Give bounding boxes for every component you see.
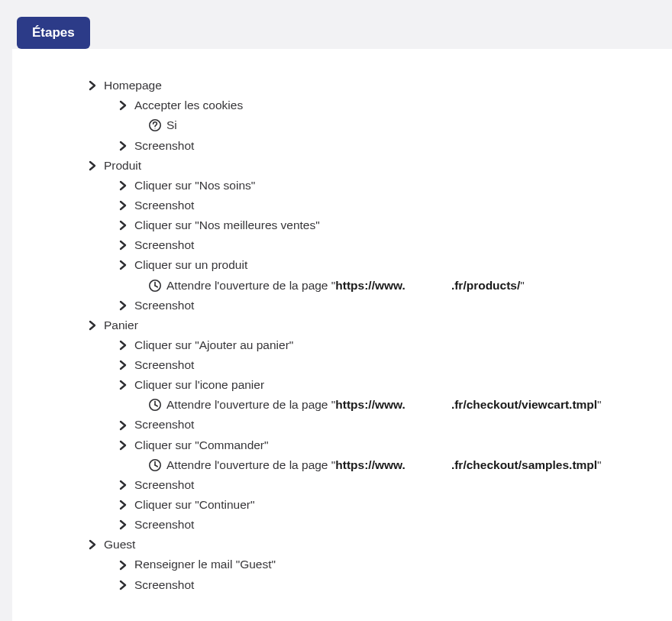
step-click-nos-soins[interactable]: Cliquer sur "Nos soins": [73, 178, 672, 193]
chevron-right-icon: [118, 141, 128, 151]
step-label: Screenshot: [134, 198, 194, 213]
step-screenshot[interactable]: Screenshot: [73, 357, 672, 373]
step-screenshot[interactable]: Screenshot: [73, 238, 672, 253]
svg-line-7: [155, 405, 157, 406]
step-screenshot[interactable]: Screenshot: [73, 417, 672, 432]
chevron-right-icon: [118, 500, 128, 510]
step-label: Renseigner le mail "Guest": [134, 557, 276, 572]
step-click-meilleures-ventes[interactable]: Cliquer sur "Nos meilleures ventes": [73, 218, 672, 233]
chevron-right-icon: [87, 320, 98, 331]
step-label: Cliquer sur "Continuer": [134, 497, 254, 513]
step-wait-page-products[interactable]: Attendre l'ouverture de la page "https:/…: [73, 278, 672, 293]
step-accept-cookies[interactable]: Accepter les cookies: [73, 98, 672, 113]
step-screenshot[interactable]: Screenshot: [73, 298, 672, 313]
chevron-right-icon: [118, 380, 128, 390]
question-icon: [148, 118, 162, 132]
step-produit[interactable]: Produit: [73, 158, 672, 173]
clock-icon: [148, 279, 162, 293]
step-label: Cliquer sur "Commander": [134, 438, 269, 453]
chevron-right-icon: [118, 480, 128, 490]
step-label: Screenshot: [134, 517, 194, 532]
step-label: Guest: [104, 537, 135, 552]
step-click-icone-panier[interactable]: Cliquer sur l'icone panier: [73, 377, 672, 393]
step-label: Cliquer sur "Ajouter au panier": [134, 338, 293, 353]
step-guest[interactable]: Guest: [73, 537, 672, 552]
step-label: Screenshot: [134, 238, 194, 253]
step-label: Screenshot: [134, 477, 194, 493]
step-label: Screenshot: [134, 357, 194, 373]
chevron-right-icon: [87, 80, 98, 91]
step-screenshot[interactable]: Screenshot: [73, 577, 672, 593]
step-condition-si[interactable]: Si: [73, 118, 672, 133]
step-label: Attendre l'ouverture de la page "https:/…: [166, 397, 602, 412]
step-label: Screenshot: [134, 577, 194, 593]
chevron-right-icon: [118, 340, 128, 351]
step-label: Accepter les cookies: [134, 98, 243, 113]
chevron-right-icon: [118, 519, 128, 530]
chevron-right-icon: [118, 560, 128, 571]
step-label: Screenshot: [134, 138, 194, 154]
chevron-right-icon: [118, 440, 128, 451]
step-label: Homepage: [104, 78, 162, 93]
step-label: Screenshot: [134, 417, 194, 432]
chevron-right-icon: [118, 260, 128, 270]
step-click-ajouter-panier[interactable]: Cliquer sur "Ajouter au panier": [73, 338, 672, 353]
tab-etapes[interactable]: Étapes: [17, 17, 90, 49]
chevron-right-icon: [118, 100, 128, 111]
step-label: Screenshot: [134, 298, 194, 313]
step-label: Cliquer sur "Nos meilleures ventes": [134, 218, 320, 233]
step-homepage[interactable]: Homepage: [73, 78, 672, 93]
chevron-right-icon: [118, 240, 128, 251]
chevron-right-icon: [118, 420, 128, 431]
step-label: Cliquer sur "Nos soins": [134, 178, 255, 193]
step-wait-page-viewcart[interactable]: Attendre l'ouverture de la page "https:/…: [73, 397, 672, 412]
svg-line-4: [155, 286, 157, 287]
step-screenshot[interactable]: Screenshot: [73, 517, 672, 532]
tab-bar: Étapes: [6, 6, 672, 49]
clock-icon: [148, 458, 162, 472]
step-label: Cliquer sur l'icone panier: [134, 377, 264, 393]
step-click-commander[interactable]: Cliquer sur "Commander": [73, 438, 672, 453]
step-label: Produit: [104, 158, 141, 173]
step-click-produit[interactable]: Cliquer sur un produit: [73, 257, 672, 273]
step-label: Attendre l'ouverture de la page "https:/…: [166, 458, 602, 473]
steps-tree: Homepage Accepter les cookies Si Screens…: [12, 49, 672, 621]
step-label: Attendre l'ouverture de la page "https:/…: [166, 278, 525, 293]
svg-point-1: [155, 128, 156, 129]
chevron-right-icon: [118, 200, 128, 211]
chevron-right-icon: [118, 300, 128, 311]
chevron-right-icon: [87, 539, 98, 550]
step-screenshot[interactable]: Screenshot: [73, 138, 672, 154]
svg-line-10: [155, 465, 157, 467]
step-label: Si: [166, 118, 177, 133]
step-wait-page-samples[interactable]: Attendre l'ouverture de la page "https:/…: [73, 458, 672, 473]
chevron-right-icon: [118, 360, 128, 370]
step-screenshot[interactable]: Screenshot: [73, 477, 672, 493]
tab-label: Étapes: [32, 25, 75, 40]
step-label: Cliquer sur un produit: [134, 257, 247, 273]
chevron-right-icon: [118, 580, 128, 590]
chevron-right-icon: [118, 220, 128, 231]
step-click-continuer[interactable]: Cliquer sur "Continuer": [73, 497, 672, 513]
clock-icon: [148, 398, 162, 412]
chevron-right-icon: [118, 180, 128, 191]
step-label: Panier: [104, 318, 138, 333]
step-screenshot[interactable]: Screenshot: [73, 198, 672, 213]
chevron-right-icon: [87, 160, 98, 171]
step-renseigner-mail[interactable]: Renseigner le mail "Guest": [73, 557, 672, 572]
step-panier[interactable]: Panier: [73, 318, 672, 333]
